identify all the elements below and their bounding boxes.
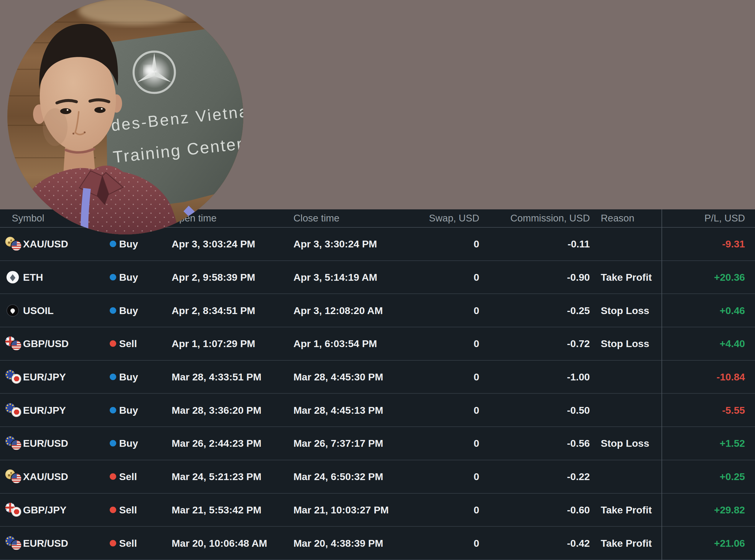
profile-photo[interactable]: edes-Benz Vietnam Training Center xyxy=(7,0,243,235)
side-label: Sell xyxy=(119,471,137,482)
symbol-label: ETH xyxy=(23,272,43,283)
symbol-label: GBP/USD xyxy=(23,338,69,349)
side-dot-icon xyxy=(110,274,116,280)
pl-cell: +0.25 xyxy=(672,471,745,482)
symbol-icon xyxy=(5,436,25,450)
close-time-cell: Mar 24, 6:50:32 PM xyxy=(294,471,383,482)
open-time-cell: Mar 24, 5:21:23 PM xyxy=(172,471,261,482)
swap-cell: 0 xyxy=(383,504,479,516)
pl-column-divider xyxy=(661,209,662,560)
side-label: Buy xyxy=(119,438,138,449)
swap-cell: 0 xyxy=(383,471,479,482)
header-close-time: Close time xyxy=(294,213,339,224)
symbol-icon xyxy=(5,370,25,384)
trade-rows: XAU/USD Buy Apr 3, 3:03:24 PM Apr 3, 3:3… xyxy=(0,228,755,560)
swap-cell: 0 xyxy=(383,438,479,449)
table-row[interactable]: GBP/USD Sell Apr 1, 1:07:29 PM Apr 1, 6:… xyxy=(0,327,755,361)
swap-cell: 0 xyxy=(383,537,479,549)
side-dot-icon xyxy=(110,440,116,446)
close-time-cell: Mar 28, 4:45:13 PM xyxy=(294,404,383,416)
side-label: Sell xyxy=(119,537,137,549)
table-row[interactable]: ETH Buy Apr 2, 9:58:39 PM Apr 3, 5:14:19… xyxy=(0,261,755,294)
open-time-cell: Apr 2, 9:58:39 PM xyxy=(172,272,255,283)
open-time-cell: Apr 2, 8:34:51 PM xyxy=(172,305,255,316)
side-label: Buy xyxy=(119,272,138,283)
profile-photo-illustration: edes-Benz Vietnam Training Center xyxy=(7,0,243,235)
open-time-cell: Mar 20, 10:06:48 AM xyxy=(172,537,267,549)
symbol-label: GBP/JPY xyxy=(23,504,66,516)
open-time-cell: Mar 28, 3:36:20 PM xyxy=(172,404,261,416)
table-row[interactable]: GBP/JPY Sell Mar 21, 5:53:42 PM Mar 21, … xyxy=(0,494,755,527)
side-dot-icon xyxy=(110,307,116,314)
pl-cell: +29.82 xyxy=(672,504,745,516)
header-swap: Swap, USD xyxy=(383,213,479,224)
symbol-icon xyxy=(5,303,25,318)
pl-cell: +1.52 xyxy=(672,438,745,449)
side-dot-icon xyxy=(110,507,116,513)
commission-cell: -0.72 xyxy=(501,338,590,349)
side-label: Buy xyxy=(119,404,138,416)
reason-cell: Stop Loss xyxy=(601,338,649,349)
table-row[interactable]: XAU/USD Sell Mar 24, 5:21:23 PM Mar 24, … xyxy=(0,460,755,494)
symbol-icon xyxy=(5,403,25,417)
swap-cell: 0 xyxy=(383,272,479,283)
close-time-cell: Apr 3, 3:30:24 PM xyxy=(294,238,377,250)
close-time-cell: Mar 20, 4:38:39 PM xyxy=(294,537,383,549)
swap-cell: 0 xyxy=(383,404,479,416)
close-time-cell: Apr 3, 12:08:20 AM xyxy=(294,305,383,316)
table-row[interactable]: USOIL Buy Apr 2, 8:34:51 PM Apr 3, 12:08… xyxy=(0,294,755,327)
reason-cell: Stop Loss xyxy=(601,438,649,449)
commission-cell: -0.60 xyxy=(501,504,590,516)
header-commission: Commission, USD xyxy=(501,213,590,224)
pl-cell: -5.55 xyxy=(672,404,745,416)
commission-cell: -0.25 xyxy=(501,305,590,316)
pl-cell: +4.40 xyxy=(672,338,745,349)
open-time-cell: Mar 26, 2:44:23 PM xyxy=(172,438,261,449)
header-reason: Reason xyxy=(601,213,634,224)
symbol-icon xyxy=(5,270,25,284)
reason-cell: Stop Loss xyxy=(601,305,649,316)
mercedes-star-icon xyxy=(134,52,175,93)
symbol-icon xyxy=(5,503,25,517)
symbol-icon xyxy=(5,469,25,484)
pl-cell: +0.46 xyxy=(672,305,745,316)
open-time-cell: Mar 28, 4:33:51 PM xyxy=(172,371,261,383)
table-row[interactable]: EUR/USD Sell Mar 20, 10:06:48 AM Mar 20,… xyxy=(0,527,755,560)
commission-cell: -0.50 xyxy=(501,404,590,416)
pl-cell: -9.31 xyxy=(672,238,745,250)
table-row[interactable]: EUR/USD Buy Mar 26, 2:44:23 PM Mar 26, 7… xyxy=(0,427,755,460)
table-row[interactable]: EUR/JPY Buy Mar 28, 4:33:51 PM Mar 28, 4… xyxy=(0,361,755,394)
table-row[interactable]: EUR/JPY Buy Mar 28, 3:36:20 PM Mar 28, 4… xyxy=(0,394,755,427)
close-time-cell: Mar 28, 4:45:30 PM xyxy=(294,371,383,383)
swap-cell: 0 xyxy=(383,238,479,250)
commission-cell: -0.56 xyxy=(501,438,590,449)
side-label: Sell xyxy=(119,504,137,516)
commission-cell: -0.42 xyxy=(501,537,590,549)
side-dot-icon xyxy=(110,374,116,380)
symbol-label: EUR/USD xyxy=(23,438,68,449)
reason-cell: Take Profit xyxy=(601,504,652,516)
pl-cell: +20.36 xyxy=(672,272,745,283)
symbol-label: EUR/USD xyxy=(23,537,68,549)
reason-cell: Take Profit xyxy=(601,537,652,549)
side-label: Buy xyxy=(119,305,138,316)
side-label: Buy xyxy=(119,238,138,250)
header-symbol: Symbol xyxy=(12,213,44,224)
reason-cell: Take Profit xyxy=(601,272,652,283)
pl-cell: -10.84 xyxy=(672,371,745,383)
side-dot-icon xyxy=(110,340,116,347)
app: edes-Benz Vietnam Training Center xyxy=(0,0,755,560)
close-time-cell: Apr 1, 6:03:54 PM xyxy=(294,338,377,349)
symbol-icon xyxy=(5,337,25,351)
close-time-cell: Mar 21, 10:03:27 PM xyxy=(294,504,389,516)
swap-cell: 0 xyxy=(383,371,479,383)
open-time-cell: Mar 21, 5:53:42 PM xyxy=(172,504,261,516)
side-dot-icon xyxy=(110,407,116,414)
side-dot-icon xyxy=(110,540,116,546)
swap-cell: 0 xyxy=(383,338,479,349)
pl-cell: +21.06 xyxy=(672,537,745,549)
symbol-label: XAU/USD xyxy=(23,471,68,482)
close-time-cell: Mar 26, 7:37:17 PM xyxy=(294,438,383,449)
commission-cell: -0.11 xyxy=(501,238,590,250)
swap-cell: 0 xyxy=(383,305,479,316)
